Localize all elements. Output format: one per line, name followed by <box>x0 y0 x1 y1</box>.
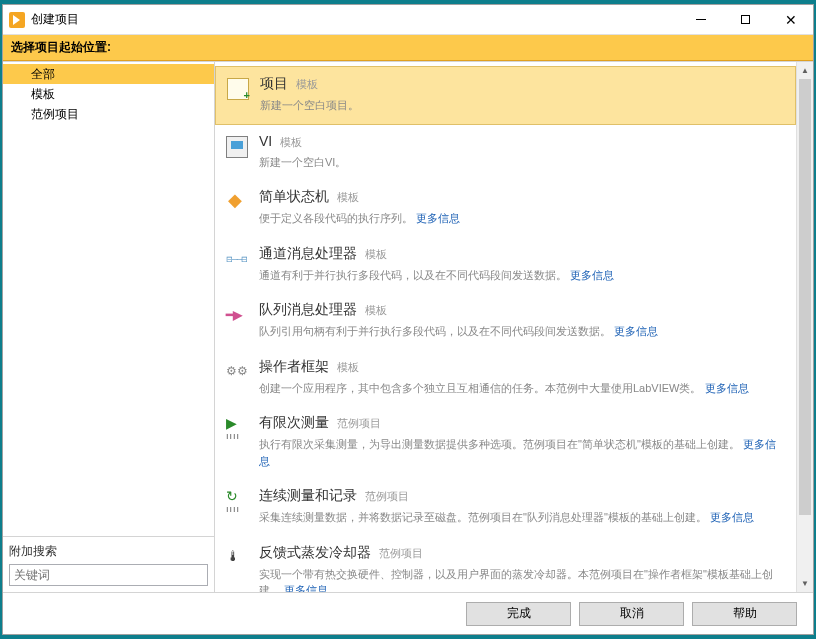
search-input[interactable] <box>9 564 208 586</box>
scroll-down-icon[interactable]: ▼ <box>797 575 813 592</box>
item-desc: 执行有限次采集测量，为导出测量数据提供多种选项。范例项目在"简单状态机"模板的基… <box>259 436 786 469</box>
actor-framework-icon <box>225 360 249 384</box>
scrollbar[interactable]: ▲ ▼ <box>796 62 813 592</box>
header-prompt: 选择项目起始位置: <box>3 35 813 61</box>
sidebar: 全部 模板 范例项目 附加搜索 <box>3 62 215 592</box>
list-item[interactable]: 有限次测量范例项目 执行有限次采集测量，为导出测量数据提供多种选项。范例项目在"… <box>215 406 796 479</box>
state-machine-icon <box>225 190 249 214</box>
app-icon <box>9 12 25 28</box>
vi-icon <box>225 135 249 159</box>
scroll-thumb[interactable] <box>799 79 811 515</box>
item-desc: 实现一个带有热交换硬件、控制器，以及用户界面的蒸发冷却器。本范例项目在"操作者框… <box>259 566 786 593</box>
more-link[interactable]: 更多信息 <box>710 511 754 523</box>
close-icon: ✕ <box>785 12 797 28</box>
footer: 完成 取消 帮助 <box>3 592 813 634</box>
list-item[interactable]: 项目模板 新建一个空白项目。 <box>215 66 796 125</box>
search-label: 附加搜索 <box>9 543 208 560</box>
sidebar-item-samples[interactable]: 范例项目 <box>3 104 214 124</box>
list-item[interactable]: 操作者框架模板 创建一个应用程序，其中包含多个独立且互相通信的任务。本范例中大量… <box>215 350 796 407</box>
list-item[interactable]: 连续测量和记录范例项目 采集连续测量数据，并将数据记录至磁盘。范例项目在"队列消… <box>215 479 796 536</box>
scroll-up-icon[interactable]: ▲ <box>797 62 813 79</box>
sidebar-item-templates[interactable]: 模板 <box>3 84 214 104</box>
finish-button[interactable]: 完成 <box>466 602 571 626</box>
more-link[interactable]: 更多信息 <box>705 382 749 394</box>
cancel-button[interactable]: 取消 <box>579 602 684 626</box>
item-desc: 新建一个空白VI。 <box>259 154 786 171</box>
dialog-window: 创建项目 ✕ 选择项目起始位置: 全部 模板 范例项目 附加搜索 项目 <box>2 4 814 635</box>
item-desc: 采集连续测量数据，并将数据记录至磁盘。范例项目在"队列消息处理器"模板的基础上创… <box>259 509 786 526</box>
list-item[interactable]: 队列消息处理器模板 队列引用句柄有利于并行执行多段代码，以及在不同代码段间发送数… <box>215 293 796 350</box>
minimize-button[interactable] <box>678 5 723 34</box>
list-item[interactable]: VI模板 新建一个空白VI。 <box>215 125 796 181</box>
item-desc: 队列引用句柄有利于并行执行多段代码，以及在不同代码段间发送数据。 更多信息 <box>259 323 786 340</box>
main-area: 项目模板 新建一个空白项目。 VI模板 新建一个空白VI。 简单状态机模板 <box>215 62 813 592</box>
scroll-track[interactable] <box>797 79 813 575</box>
more-link[interactable]: 更多信息 <box>416 212 460 224</box>
evap-cooler-icon <box>225 546 249 570</box>
titlebar[interactable]: 创建项目 ✕ <box>3 5 813 35</box>
content-area: 全部 模板 范例项目 附加搜索 项目模板 新建一个空白项目。 <box>3 61 813 592</box>
list-item[interactable]: 通道消息处理器模板 通道有利于并行执行多段代码，以及在不同代码段间发送数据。 更… <box>215 237 796 294</box>
list-item[interactable]: 简单状态机模板 便于定义各段代码的执行序列。 更多信息 <box>215 180 796 237</box>
item-desc: 通道有利于并行执行多段代码，以及在不同代码段间发送数据。 更多信息 <box>259 267 786 284</box>
item-desc: 便于定义各段代码的执行序列。 更多信息 <box>259 210 786 227</box>
template-list: 项目模板 新建一个空白项目。 VI模板 新建一个空白VI。 简单状态机模板 <box>215 62 796 592</box>
item-desc: 新建一个空白项目。 <box>260 97 785 114</box>
close-button[interactable]: ✕ <box>768 5 813 34</box>
more-link[interactable]: 更多信息 <box>284 584 328 592</box>
channel-icon <box>225 247 249 271</box>
item-desc: 创建一个应用程序，其中包含多个独立且互相通信的任务。本范例中大量使用LabVIE… <box>259 380 786 397</box>
queue-icon <box>225 303 249 327</box>
window-title: 创建项目 <box>31 11 79 28</box>
sidebar-item-all[interactable]: 全部 <box>3 64 214 84</box>
finite-measure-icon <box>225 416 249 440</box>
continuous-measure-icon <box>225 489 249 513</box>
help-button[interactable]: 帮助 <box>692 602 797 626</box>
maximize-button[interactable] <box>723 5 768 34</box>
more-link[interactable]: 更多信息 <box>570 269 614 281</box>
project-icon <box>226 77 250 101</box>
list-item[interactable]: 反馈式蒸发冷却器范例项目 实现一个带有热交换硬件、控制器，以及用户界面的蒸发冷却… <box>215 536 796 593</box>
category-tree: 全部 模板 范例项目 <box>3 62 214 536</box>
search-section: 附加搜索 <box>3 536 214 592</box>
more-link[interactable]: 更多信息 <box>614 325 658 337</box>
